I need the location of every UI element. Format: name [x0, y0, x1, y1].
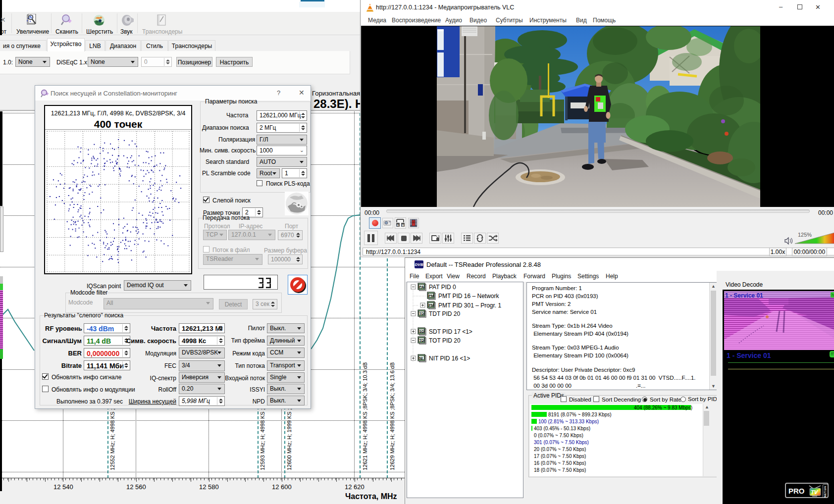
svg-text:TD: TD: [419, 311, 424, 316]
svg-text:NI: NI: [419, 356, 423, 360]
svg-text:1 - Service 01: 1 - Service 01: [725, 292, 763, 299]
svg-text:PA: PA: [419, 285, 424, 289]
svg-text:h: h: [832, 293, 834, 298]
svg-text:PMT PID 301 – Progr. 1: PMT PID 301 – Progr. 1: [438, 302, 501, 309]
svg-text:SD: SD: [419, 329, 424, 334]
svg-text:PMT PID 16 – Network: PMT PID 16 – Network: [438, 293, 499, 300]
svg-text:PAT PID 0: PAT PID 0: [429, 284, 456, 291]
svg-text:TOT PID 20: TOT PID 20: [429, 337, 461, 344]
svg-text:TD: TD: [419, 338, 424, 343]
svg-text:PM: PM: [428, 303, 434, 307]
svg-text:SDT PID 17 <1>: SDT PID 17 <1>: [429, 328, 472, 335]
svg-text:NIT PID 16 <1>: NIT PID 16 <1>: [429, 355, 470, 362]
svg-text:PM: PM: [428, 294, 434, 298]
svg-text:B: B: [402, 224, 405, 227]
svg-text:TV: TV: [811, 489, 819, 495]
svg-text:A: A: [397, 224, 399, 227]
svg-text:TDT PID 20: TDT PID 20: [429, 310, 460, 317]
